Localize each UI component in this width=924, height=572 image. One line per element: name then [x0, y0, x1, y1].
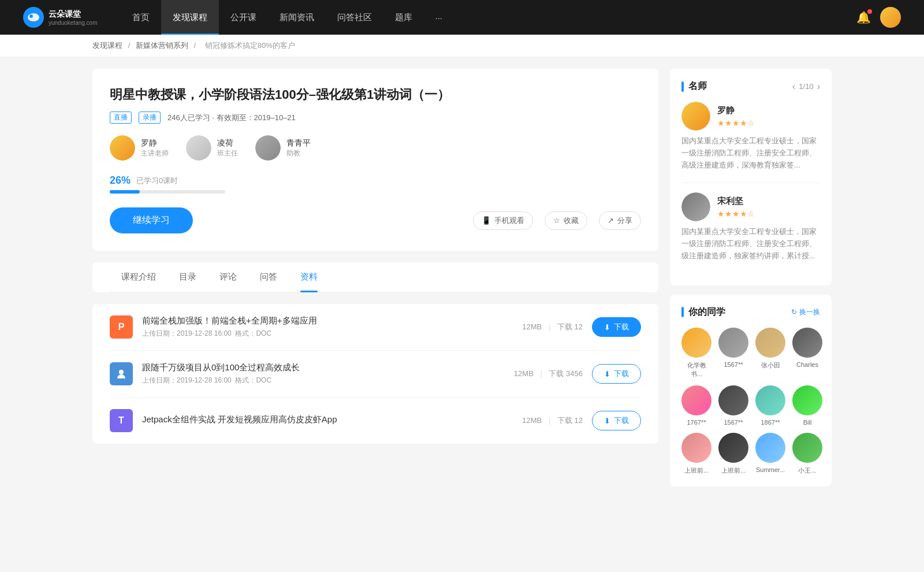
- badge-rec: 录播: [139, 112, 161, 124]
- resource-stats-1: 12MB | 下载 3456: [514, 369, 583, 379]
- download-button-0[interactable]: ⬇ 下载: [592, 317, 641, 337]
- student-name-7: Bill: [803, 419, 812, 426]
- logo-text: 云朵课堂 yunduoketang.com: [49, 9, 98, 26]
- nav-discover[interactable]: 发现课程: [161, 0, 219, 35]
- star-icon: ☆: [553, 216, 560, 225]
- breadcrumb-series[interactable]: 新媒体营销系列: [136, 41, 188, 50]
- nav-more[interactable]: ···: [424, 0, 454, 35]
- student-item-3[interactable]: Charles: [792, 328, 822, 378]
- share-icon: ↗: [608, 216, 614, 225]
- students-sidebar-title: 你的同学 ↻ 换一换: [681, 306, 820, 318]
- breadcrumb-discover[interactable]: 发现课程: [92, 41, 122, 50]
- student-name-6: 1867**: [761, 419, 780, 426]
- student-item-5[interactable]: 1567**: [718, 385, 748, 426]
- student-name-9: 上班前...: [721, 466, 746, 475]
- breadcrumb-sep1: /: [128, 41, 132, 50]
- teachers-sidebar-title: 名师 ‹ 1/10 ›: [681, 80, 820, 92]
- breadcrumb-sep2: /: [193, 41, 198, 50]
- refresh-button[interactable]: ↻ 换一换: [791, 307, 820, 317]
- teacher-stars-1: ★★★★☆: [717, 209, 755, 218]
- teacher-item-0: 罗静 主讲老师: [110, 135, 169, 161]
- student-name-1: 1567**: [724, 361, 743, 368]
- nav-quiz[interactable]: 题库: [383, 0, 424, 35]
- tabs-list: 课程介绍 目录 评论 问答 资料: [110, 262, 641, 292]
- student-item-10[interactable]: Summer...: [755, 433, 785, 475]
- notification-dot: [867, 9, 872, 14]
- student-name-10: Summer...: [756, 466, 785, 473]
- breadcrumb-current: 销冠修炼术搞定80%的客户: [205, 41, 295, 50]
- resource-icon-2: T: [110, 409, 133, 432]
- student-item-11[interactable]: 小王...: [792, 433, 822, 475]
- download-label-0: 下载: [614, 322, 629, 332]
- user-avatar-nav[interactable]: [880, 7, 901, 28]
- resource-name-1: 跟随千万级项目从0到100全过程高效成长: [142, 362, 505, 373]
- teachers-sidebar-card: 名师 ‹ 1/10 › 罗静 ★★★★☆ 国内某重点大学安全: [670, 69, 832, 285]
- content-area: 明星中教授课，小学阶段语法100分–强化级第1讲动词（一） 直播 录播 246人…: [92, 69, 658, 496]
- resource-item-1: 跟随千万级项目从0到100全过程高效成长 上传日期：2019-12-28 16:…: [110, 351, 641, 398]
- course-card: 明星中教授课，小学阶段语法100分–强化级第1讲动词（一） 直播 录播 246人…: [92, 69, 658, 251]
- teacher-sidebar-name-0: 罗静: [717, 105, 755, 116]
- student-avatar-4: [681, 385, 711, 415]
- nav-public[interactable]: 公开课: [219, 0, 268, 35]
- page-info-text: 1/10: [799, 82, 813, 91]
- student-item-7[interactable]: Bill: [792, 385, 822, 426]
- title-bar-icon: [681, 81, 684, 92]
- title-bar-icon-students: [681, 307, 684, 317]
- tab-intro[interactable]: 课程介绍: [110, 262, 167, 292]
- student-item-0[interactable]: 化学教书...: [681, 328, 711, 378]
- teacher-sidebar-desc-0: 国内某重点大学安全工程专业硕士，国家一级注册消防工程师、注册安全工程师、高级注册…: [681, 135, 820, 171]
- next-page-icon[interactable]: ›: [817, 81, 820, 92]
- teacher-sidebar-avatar-1: [681, 192, 710, 221]
- teacher-name-0: 罗静: [141, 138, 169, 148]
- teacher-sidebar-nameblock-0: 罗静 ★★★★☆: [717, 105, 755, 128]
- logo[interactable]: 云朵课堂 yunduoketang.com: [23, 7, 98, 28]
- bell-icon[interactable]: 🔔: [856, 10, 871, 24]
- teachers-row: 罗静 主讲老师 凌荷 班主任: [110, 135, 641, 161]
- resource-info-0: 前端全栈加强版！前端全栈+全周期+多端应用 上传日期：2019-12-28 16…: [142, 315, 513, 339]
- student-item-8[interactable]: 上班前...: [681, 433, 711, 475]
- favorite-label: 收藏: [564, 216, 579, 226]
- student-item-2[interactable]: 张小田: [755, 328, 785, 378]
- progress-pct: 26%: [110, 174, 131, 187]
- student-name-8: 上班前...: [684, 466, 709, 475]
- teachers-title-text: 名师: [688, 80, 707, 92]
- nav-news[interactable]: 新闻资讯: [268, 0, 326, 35]
- nav-qa[interactable]: 问答社区: [326, 0, 383, 35]
- nav-home[interactable]: 首页: [121, 0, 161, 35]
- continue-button[interactable]: 继续学习: [110, 207, 193, 233]
- tab-qa[interactable]: 问答: [248, 262, 289, 292]
- resource-info-1: 跟随千万级项目从0到100全过程高效成长 上传日期：2019-12-28 16:…: [142, 362, 505, 385]
- refresh-icon: ↻: [791, 308, 797, 316]
- student-item-6[interactable]: 1867**: [755, 385, 785, 426]
- teacher-sidebar-item-0: 罗静 ★★★★☆ 国内某重点大学安全工程专业硕士，国家一级注册消防工程师、注册安…: [681, 102, 820, 171]
- teacher-sidebar-name-1: 宋利坚: [717, 196, 755, 207]
- phone-watch-button[interactable]: 📱 手机观看: [473, 211, 533, 230]
- tab-toc[interactable]: 目录: [167, 262, 208, 292]
- teacher-item-2: 青青平 助教: [255, 135, 311, 161]
- student-item-1[interactable]: 1567**: [718, 328, 748, 378]
- tab-reviews[interactable]: 评论: [208, 262, 248, 292]
- share-label: 分享: [617, 216, 632, 226]
- download-icon-2: ⬇: [604, 417, 610, 425]
- teacher-info-0: 罗静 主讲老师: [141, 138, 169, 158]
- share-button[interactable]: ↗ 分享: [599, 211, 641, 230]
- tab-resources[interactable]: 资料: [289, 262, 329, 292]
- download-button-2[interactable]: ⬇ 下载: [592, 411, 641, 430]
- student-avatar-3: [792, 328, 822, 358]
- phone-watch-label: 手机观看: [494, 216, 524, 226]
- resource-meta-1: 上传日期：2019-12-28 16:00 格式：DOC: [142, 376, 505, 385]
- student-item-4[interactable]: 1767**: [681, 385, 711, 426]
- favorite-button[interactable]: ☆ 收藏: [545, 211, 587, 230]
- teacher-role-0: 主讲老师: [141, 148, 169, 158]
- download-label-1: 下载: [614, 369, 629, 379]
- teacher-name-1: 凌荷: [217, 138, 238, 148]
- download-button-1[interactable]: ⬇ 下载: [592, 364, 641, 384]
- student-item-9[interactable]: 上班前...: [718, 433, 748, 475]
- prev-page-icon[interactable]: ‹: [792, 81, 795, 92]
- teacher-sidebar-nameblock-1: 宋利坚 ★★★★☆: [717, 196, 755, 218]
- resource-meta-0: 上传日期：2019-12-28 16:00 格式：DOC: [142, 329, 513, 339]
- logo-icon: [23, 7, 44, 28]
- teacher-avatar-2: [255, 135, 281, 161]
- students-title-text: 你的同学: [688, 306, 725, 318]
- progress-sub: 已学习0课时: [136, 176, 178, 186]
